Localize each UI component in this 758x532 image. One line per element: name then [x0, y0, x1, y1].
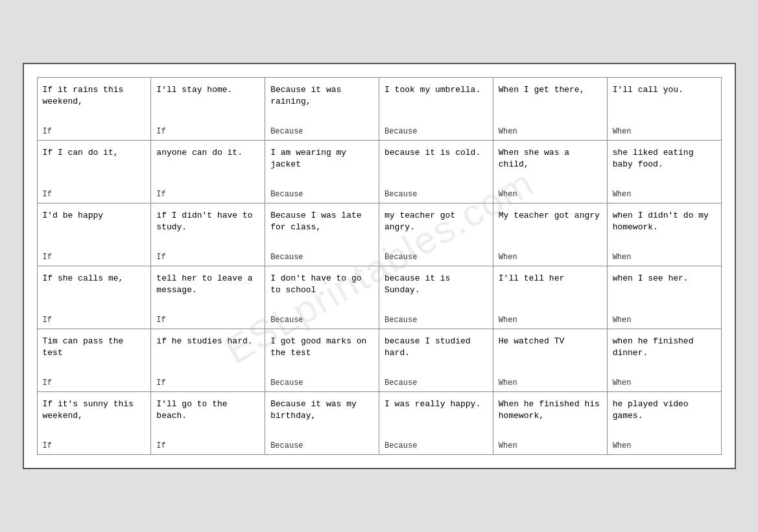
cell-r1-c3: because it is cold.Because: [379, 141, 493, 203]
cell-r0-c3: I took my umbrella.Because: [379, 78, 493, 141]
cell-r5-c0: If it's sunny this weekend,If: [37, 392, 151, 455]
cell-r1-c0: If I can do it,If: [37, 141, 151, 203]
cell-r2-c3: my teacher got angry.Because: [379, 203, 493, 266]
cell-label-r0-c0: If: [43, 127, 146, 136]
cell-r3-c0: If she calls me,If: [37, 266, 151, 329]
cell-label-r1-c2: Because: [270, 190, 373, 199]
cell-main-r1-c5: she liked eating baby food.: [613, 147, 716, 186]
cell-main-r4-c5: when he finished dinner.: [613, 336, 716, 375]
cell-main-r4-c3: because I studied hard.: [385, 336, 488, 375]
cell-main-r2-c0: I'd be happy: [43, 210, 146, 249]
cell-label-r5-c3: Because: [385, 441, 488, 450]
cell-label-r2-c5: When: [613, 253, 716, 262]
cell-label-r1-c0: If: [43, 190, 146, 199]
cell-main-r2-c4: My teacher got angry: [499, 210, 602, 249]
cell-label-r4-c1: If: [156, 378, 259, 387]
cell-label-r0-c3: Because: [385, 127, 488, 136]
cell-label-r1-c1: If: [156, 190, 259, 199]
cell-main-r1-c3: because it is cold.: [385, 147, 488, 186]
cell-main-r0-c1: I'll stay home.: [156, 84, 259, 123]
cell-label-r5-c5: When: [613, 441, 716, 450]
cell-r1-c1: anyone can do it.If: [151, 141, 265, 203]
cell-label-r3-c3: Because: [385, 316, 488, 325]
cell-main-r3-c5: when I see her.: [613, 273, 716, 312]
cell-label-r5-c4: When: [499, 441, 602, 450]
cell-r5-c3: I was really happy.Because: [379, 392, 493, 455]
cell-main-r5-c3: I was really happy.: [385, 399, 488, 437]
cell-r4-c4: He watched TVWhen: [493, 329, 607, 392]
cell-r5-c2: Because it was my birthday,Because: [265, 392, 379, 455]
cell-main-r0-c5: I'll call you.: [613, 84, 716, 123]
cell-label-r4-c5: When: [613, 378, 716, 387]
cell-label-r1-c3: Because: [385, 190, 488, 199]
cell-r4-c1: if he studies hard.If: [151, 329, 265, 392]
cell-label-r3-c5: When: [613, 316, 716, 325]
cell-r3-c5: when I see her.When: [607, 266, 721, 329]
cell-label-r1-c5: When: [613, 190, 716, 199]
cell-main-r1-c4: When she was a child,: [499, 147, 602, 186]
cell-r2-c2: Because I was late for class,Because: [265, 203, 379, 266]
cell-label-r1-c4: When: [499, 190, 602, 199]
cell-main-r0-c2: Because it was raining,: [270, 84, 373, 123]
cell-r2-c4: My teacher got angryWhen: [493, 203, 607, 266]
cell-label-r2-c2: Because: [270, 253, 373, 262]
cell-r3-c1: tell her to leave a message.If: [151, 266, 265, 329]
cell-r4-c2: I got good marks on the testBecause: [265, 329, 379, 392]
cell-r2-c0: I'd be happyIf: [37, 203, 151, 266]
cell-main-r5-c4: When he finished his homework,: [499, 399, 602, 437]
cell-main-r2-c1: if I didn't have to study.: [156, 210, 259, 249]
cell-label-r0-c5: When: [613, 127, 716, 136]
main-table: If it rains this weekend,IfI'll stay hom…: [37, 77, 722, 455]
cell-r3-c3: because it is Sunday.Because: [379, 266, 493, 329]
cell-r5-c1: I'll go to the beach.If: [151, 392, 265, 455]
cell-main-r4-c4: He watched TV: [499, 336, 602, 375]
cell-label-r5-c0: If: [43, 441, 146, 450]
cell-label-r3-c1: If: [156, 316, 259, 325]
cell-label-r2-c0: If: [43, 253, 146, 262]
cell-r3-c4: I'll tell herWhen: [493, 266, 607, 329]
cell-main-r3-c1: tell her to leave a message.: [156, 273, 259, 312]
cell-r5-c4: When he finished his homework,When: [493, 392, 607, 455]
cell-label-r4-c2: Because: [270, 378, 373, 387]
cell-main-r0-c4: When I get there,: [499, 84, 602, 123]
cell-main-r4-c1: if he studies hard.: [156, 336, 259, 375]
cell-main-r1-c0: If I can do it,: [43, 147, 146, 186]
cell-main-r3-c4: I'll tell her: [499, 273, 602, 312]
cell-main-r5-c2: Because it was my birthday,: [270, 399, 373, 437]
cell-label-r3-c0: If: [43, 316, 146, 325]
cell-main-r2-c3: my teacher got angry.: [385, 210, 488, 249]
cell-label-r0-c2: Because: [270, 127, 373, 136]
cell-main-r1-c1: anyone can do it.: [156, 147, 259, 186]
cell-label-r2-c4: When: [499, 253, 602, 262]
cell-label-r4-c0: If: [43, 378, 146, 387]
cell-label-r3-c2: Because: [270, 316, 373, 325]
cell-r0-c0: If it rains this weekend,If: [37, 78, 151, 141]
cell-main-r3-c0: If she calls me,: [43, 273, 146, 312]
cell-label-r2-c3: Because: [385, 253, 488, 262]
cell-r1-c2: I am wearing my jacketBecause: [265, 141, 379, 203]
cell-main-r3-c3: because it is Sunday.: [385, 273, 488, 312]
cell-main-r3-c2: I don't have to go to school: [270, 273, 373, 312]
cell-r5-c5: he played video games.When: [607, 392, 721, 455]
cell-main-r2-c5: when I didn't do my homework.: [613, 210, 716, 249]
cell-r0-c2: Because it was raining,Because: [265, 78, 379, 141]
cell-label-r5-c1: If: [156, 441, 259, 450]
cell-main-r4-c0: Tim can pass the test: [43, 336, 146, 375]
worksheet-page: ESLprintables.com If it rains this weeke…: [23, 63, 736, 469]
cell-label-r0-c4: When: [499, 127, 602, 136]
cell-r1-c5: she liked eating baby food.When: [607, 141, 721, 203]
cell-label-r4-c4: When: [499, 378, 602, 387]
cell-label-r4-c3: Because: [385, 378, 488, 387]
cell-r2-c5: when I didn't do my homework.When: [607, 203, 721, 266]
cell-r1-c4: When she was a child,When: [493, 141, 607, 203]
cell-main-r5-c5: he played video games.: [613, 399, 716, 437]
cell-main-r5-c0: If it's sunny this weekend,: [43, 399, 146, 437]
cell-label-r2-c1: If: [156, 253, 259, 262]
cell-r0-c5: I'll call you.When: [607, 78, 721, 141]
cell-main-r2-c2: Because I was late for class,: [270, 210, 373, 249]
cell-r0-c4: When I get there,When: [493, 78, 607, 141]
cell-main-r1-c2: I am wearing my jacket: [270, 147, 373, 186]
cell-r4-c3: because I studied hard.Because: [379, 329, 493, 392]
cell-label-r5-c2: Because: [270, 441, 373, 450]
cell-label-r3-c4: When: [499, 316, 602, 325]
